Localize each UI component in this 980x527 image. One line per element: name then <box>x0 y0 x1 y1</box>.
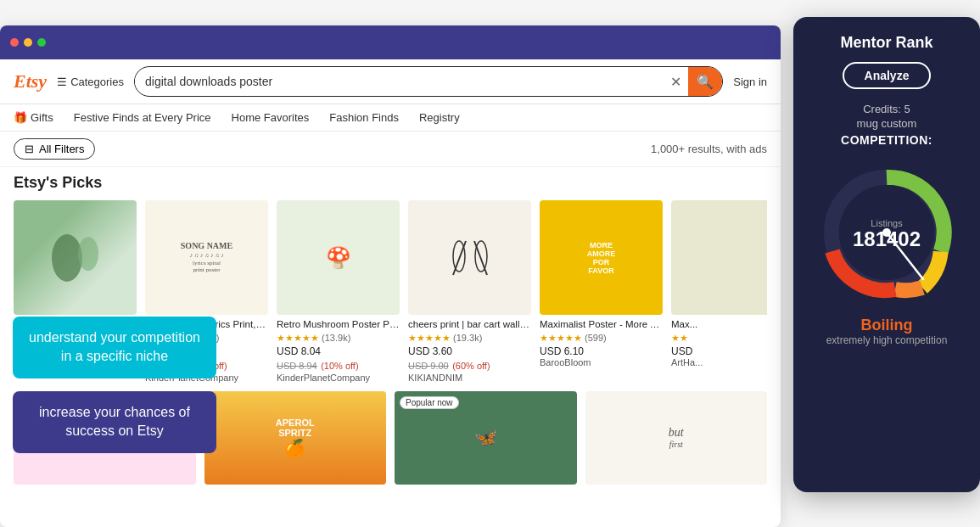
product-card[interactable]: 🍄 Retro Mushroom Poster Print,... ★★★★★ … <box>277 200 400 383</box>
browser-chrome <box>0 25 781 59</box>
search-button[interactable]: 🔍 <box>688 66 722 97</box>
svg-point-1 <box>78 237 98 271</box>
product-title: Maximalist Poster - More Am... <box>540 318 663 331</box>
etsy-nav: 🎁 Gifts Festive Finds at Every Price Hom… <box>0 104 781 132</box>
product-discount: USD 9.00 (60% off) <box>408 357 531 373</box>
product-title: cheers print | bar cart wall de... <box>408 318 531 331</box>
browser-maximize-dot <box>37 38 46 47</box>
product-price: USD 8.04 <box>277 345 400 357</box>
product-title: Retro Mushroom Poster Print,... <box>277 318 400 331</box>
product-price: USD 6.10 <box>540 345 663 357</box>
product-card[interactable]: cheers print | bar cart wall de... ★★★★★… <box>408 200 531 383</box>
product-card[interactable]: MOREAMOREPORFAVOR Maximalist Poster - Mo… <box>540 200 663 383</box>
nav-home[interactable]: Home Favorites <box>232 111 310 124</box>
boiling-status-label: Boiling <box>861 317 913 334</box>
tooltip-understand: understand your competition in a specifi… <box>13 317 216 378</box>
nav-registry[interactable]: Registry <box>419 111 460 124</box>
all-filters-button[interactable]: ⊟ All Filters <box>14 138 95 160</box>
product-card[interactable]: butfirst <box>585 391 768 485</box>
browser-minimize-dot <box>24 38 32 47</box>
section-title: Etsy's Picks <box>14 174 767 192</box>
mug-custom-text: mug custom <box>857 117 917 130</box>
product-shop: KinderPlanetCompany <box>277 373 400 383</box>
results-count: 1,000+ results, with ads <box>651 143 767 155</box>
product-image: SONG NAME ♪ ♫ ♪ ♫ ♪ ♫ ♪lyrics spiralprin… <box>145 200 268 315</box>
product-shop: BarooBloom <box>540 357 663 367</box>
product-stars: ★★★★★ (19.3k) <box>408 333 531 344</box>
competition-label: COMPETITION: <box>841 133 932 147</box>
categories-label: Categories <box>70 76 124 88</box>
search-bar: ✕ 🔍 <box>134 66 723 97</box>
product-stars: ★★ <box>671 333 767 344</box>
nav-gifts[interactable]: 🎁 Gifts <box>14 111 53 124</box>
menu-icon: ☰ <box>57 76 67 88</box>
tooltip-increase: increase your chances of success on Etsy <box>13 391 216 453</box>
product-title: Max... <box>671 318 767 331</box>
nav-fashion[interactable]: Fashion Finds <box>329 111 399 124</box>
product-card[interactable]: APEROL SPRITZ 🍊 <box>204 391 387 485</box>
search-input[interactable] <box>135 75 664 88</box>
product-image: MOREAMOREPORFAVOR <box>540 200 663 315</box>
product-image <box>14 200 137 315</box>
product-image <box>671 200 767 315</box>
product-image: 🍄 <box>277 200 400 315</box>
svg-point-5 <box>475 241 487 272</box>
popular-badge: Popular now <box>400 396 459 409</box>
product-image: butfirst <box>585 391 768 485</box>
credits-text: Credits: 5 <box>863 103 910 115</box>
etsy-logo: Etsy <box>14 70 47 93</box>
nav-festive[interactable]: Festive Finds at Every Price <box>74 111 211 124</box>
search-icon: 🔍 <box>697 74 714 90</box>
product-shop: ArtHa... <box>671 357 767 367</box>
product-stars: ★★★★★ (13.9k) <box>277 333 400 344</box>
gift-icon: 🎁 <box>14 111 27 124</box>
product-image <box>408 200 531 315</box>
mentor-rank-title: Mentor Rank <box>840 34 932 52</box>
product-discount: USD 8.94 (10% off) <box>277 357 400 373</box>
mentor-panel: Mentor Rank Analyze Credits: 5 mug custo… <box>793 17 980 492</box>
competition-gauge: Listings 181402 <box>815 160 959 305</box>
product-shop: KIKIANDNIM <box>408 373 531 383</box>
clear-search-icon[interactable]: ✕ <box>664 74 688 90</box>
gauge-center: Listings 181402 <box>853 218 921 250</box>
product-price: USD 3.60 <box>408 345 531 357</box>
browser-close-dot <box>10 38 19 47</box>
svg-point-0 <box>52 234 82 282</box>
boiling-status-sub: extremely high competition <box>826 334 948 346</box>
product-card[interactable]: Max... ★★ USD ArtHa... <box>671 200 767 383</box>
categories-button[interactable]: ☰ Categories <box>57 76 124 88</box>
analyze-button[interactable]: Analyze <box>843 62 932 89</box>
etsy-header: Etsy ☰ Categories ✕ 🔍 Sign in <box>0 59 781 104</box>
filter-icon: ⊟ <box>25 143 34 155</box>
product-card[interactable]: 🦋 Popular now <box>395 391 577 485</box>
product-stars: ★★★★★ (599) <box>540 333 663 344</box>
product-image: APEROL SPRITZ 🍊 <box>204 391 387 485</box>
filter-bar: ⊟ All Filters 1,000+ results, with ads <box>0 132 781 167</box>
product-price: USD <box>671 345 767 357</box>
gauge-number: 181402 <box>853 228 921 250</box>
svg-point-4 <box>453 241 465 272</box>
sign-in-link[interactable]: Sign in <box>733 76 767 88</box>
